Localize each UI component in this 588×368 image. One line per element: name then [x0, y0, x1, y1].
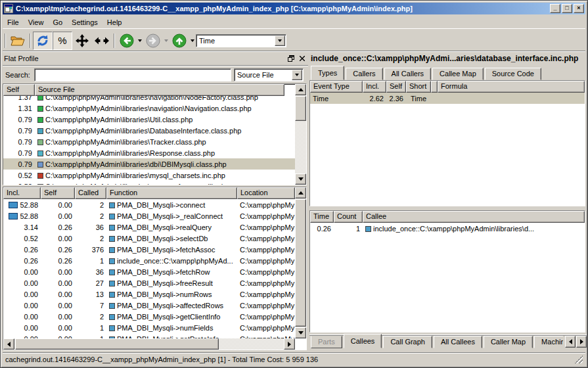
table-row[interactable]: 0.79C:\xampp\phpMyAdmin\libraries\Tracke…	[3, 136, 295, 147]
grouping-dropdown-button[interactable]	[292, 70, 302, 80]
up-button[interactable]	[170, 32, 189, 50]
tab-types[interactable]: Types	[311, 66, 344, 80]
column-header-called[interactable]: Called	[75, 187, 106, 199]
tab-all-callees[interactable]: All Callees	[434, 336, 482, 348]
table-row[interactable]: 1.37C:\xampp\phpMyAdmin\libraries\naviga…	[3, 96, 295, 103]
relative-percent-button[interactable]: %	[53, 32, 72, 50]
table-row[interactable]: 0.000.001PMA_DBI_Mysqli->getProtoInfoC:\…	[3, 333, 295, 338]
function-icon	[109, 225, 115, 231]
tab-callers[interactable]: Callers	[346, 68, 382, 80]
table-row[interactable]: 0.000.001PMA_DBI_Mysqli->numFieldsC:\xam…	[3, 322, 295, 333]
maximize-button[interactable]: □	[562, 4, 572, 13]
forward-dropdown-arrow[interactable]	[164, 39, 168, 42]
search-input[interactable]	[34, 68, 231, 81]
table-row[interactable]: 0.000.002PMA_DBI_Mysqli->getClientInfoC:…	[3, 311, 295, 322]
table-row-selected[interactable]: 0.79C:\xampp\phpMyAdmin\libraries\dbi\DB…	[3, 158, 295, 170]
tab-source-code[interactable]: Source Code	[485, 68, 541, 80]
table-row[interactable]: 0.000.0013PMA_DBI_Mysqli->numRowsC:\xamp…	[3, 288, 295, 300]
scroll-right-button[interactable]	[284, 338, 295, 350]
open-file-button[interactable]	[8, 32, 28, 50]
close-button[interactable]: ×	[574, 4, 584, 13]
back-button[interactable]	[117, 32, 137, 50]
scrollbar-thumb[interactable]	[295, 96, 306, 121]
vertical-scrollbar[interactable]	[295, 187, 306, 338]
resize-grip[interactable]	[575, 356, 583, 363]
scroll-down-button[interactable]	[295, 173, 306, 185]
scroll-left-button[interactable]	[3, 338, 14, 350]
event-type-combobox[interactable]: Time	[196, 34, 286, 47]
table-row[interactable]: 52.880.002PMA_DBI_Mysqli->connectC:\xamp…	[3, 199, 295, 210]
app-icon	[4, 4, 13, 13]
back-dropdown-arrow[interactable]	[138, 39, 142, 42]
function-table: Incl. Self Called Function Location 52.8…	[3, 187, 307, 350]
table-row[interactable]: 0.260.26376PMA_DBI_Mysqli->fetchAssocC:\…	[3, 244, 295, 255]
table-row[interactable]: 0.000.0027PMA_DBI_Mysqli->freeResultC:\x…	[3, 277, 295, 288]
table-row[interactable]: 3.140.2636PMA_DBI_Mysqli->realQueryC:\xa…	[3, 221, 295, 233]
column-header-count[interactable]: Count	[334, 211, 363, 223]
tab-parts[interactable]: Parts	[311, 336, 342, 348]
cost-color-icon	[37, 128, 43, 134]
table-row[interactable]: 0.79C:\xampp\phpMyAdmin\libraries\Respon…	[3, 147, 295, 158]
scrollbar-thumb[interactable]	[295, 199, 306, 327]
horizontal-scrollbar[interactable]	[3, 338, 295, 350]
table-row-selected[interactable]: Time 2.62 2.36 Time	[310, 93, 585, 104]
menu-go[interactable]: Go	[48, 17, 67, 28]
table-row[interactable]: 0.260.261include_once::C:\xampp\phpMyAd.…	[3, 255, 295, 266]
function-icon	[109, 258, 115, 264]
tab-caller-map[interactable]: Caller Map	[484, 336, 533, 348]
column-header-source-file[interactable]: Source File	[35, 84, 284, 96]
table-row[interactable]: 52.880.002PMA_DBI_Mysqli->_realConnectC:…	[3, 210, 295, 221]
expand-all-button[interactable]	[72, 32, 92, 50]
column-header-incl[interactable]: Incl.	[363, 81, 386, 93]
toolbar-handle[interactable]	[5, 34, 6, 48]
tab-scroll-left-button[interactable]	[565, 336, 576, 348]
table-row[interactable]: 1.31C:\xampp\phpMyAdmin\libraries\naviga…	[3, 103, 295, 114]
close-panel-button[interactable]	[297, 54, 307, 63]
forward-button[interactable]	[143, 32, 163, 50]
column-header-incl[interactable]: Incl.	[3, 187, 41, 199]
tab-scroll-right-button[interactable]	[576, 336, 587, 348]
column-header-short[interactable]: Short	[406, 81, 431, 93]
scrollbar-thumb[interactable]	[15, 338, 219, 350]
column-header-time[interactable]: Time	[310, 211, 334, 223]
title-bar: C:\xampp\tmp\cachegrind.out.1416463299-C…	[3, 3, 585, 14]
table-row[interactable]: 0.000.0036PMA_DBI_Mysqli->fetchRowC:\xam…	[3, 266, 295, 277]
column-header-formula[interactable]: Formula	[438, 81, 585, 93]
grouping-combobox[interactable]: Source File	[234, 68, 304, 81]
column-header-callee[interactable]: Callee	[363, 211, 585, 223]
tab-machine-code[interactable]: Machine	[534, 336, 563, 348]
up-dropdown-arrow[interactable]	[191, 39, 194, 42]
table-row[interactable]: 0.26 1 include_once::C:\xampp\phpMyAdmin…	[310, 223, 585, 234]
float-panel-button[interactable]	[286, 54, 296, 63]
table-row[interactable]: 0.520.002PMA_DBI_Mysqli->selectDbC:\xamp…	[3, 233, 295, 244]
menu-help[interactable]: Help	[102, 17, 127, 28]
column-header-self[interactable]: Self	[3, 84, 35, 96]
column-header-location[interactable]: Location	[237, 187, 295, 199]
menu-file[interactable]: File	[3, 17, 24, 28]
event-type-dropdown-button[interactable]	[275, 35, 285, 46]
column-header-self[interactable]: Self	[41, 187, 75, 199]
table-row[interactable]: 0.000.007PMA_DBI_Mysqli->affectedRowsC:\…	[3, 300, 295, 311]
menu-bar: File View Go Settings Help	[3, 16, 585, 29]
column-header-self[interactable]: Self	[386, 81, 406, 93]
tab-callees[interactable]: Callees	[344, 334, 382, 348]
table-row[interactable]: 0.52C:\xampp\phpMyAdmin\libraries\user_p…	[3, 181, 295, 185]
table-row[interactable]: 0.79C:\xampp\phpMyAdmin\libraries\Databa…	[3, 125, 295, 136]
scroll-down-button[interactable]	[295, 327, 306, 338]
column-header-event-type[interactable]: Event Type	[310, 81, 363, 93]
tab-all-callers[interactable]: All Callers	[384, 68, 432, 80]
shorten-names-button[interactable]	[92, 32, 112, 50]
tab-callee-map[interactable]: Callee Map	[432, 68, 484, 80]
minimize-button[interactable]: _	[550, 4, 560, 13]
tab-call-graph[interactable]: Call Graph	[383, 336, 432, 348]
table-row[interactable]: 0.52C:\xampp\phpMyAdmin\libraries\mysql_…	[3, 170, 295, 181]
column-header-function[interactable]: Function	[106, 187, 237, 199]
panel-title: Flat Profile	[4, 55, 284, 62]
menu-view[interactable]: View	[24, 17, 49, 28]
vertical-scrollbar[interactable]	[295, 84, 306, 185]
column-header-spacer[interactable]	[431, 81, 438, 93]
menu-settings[interactable]: Settings	[67, 17, 102, 28]
tab-scroll-buttons	[564, 336, 587, 348]
table-row[interactable]: 0.79C:\xampp\phpMyAdmin\libraries\Util.c…	[3, 114, 295, 125]
cycle-groups-button[interactable]	[33, 32, 53, 50]
